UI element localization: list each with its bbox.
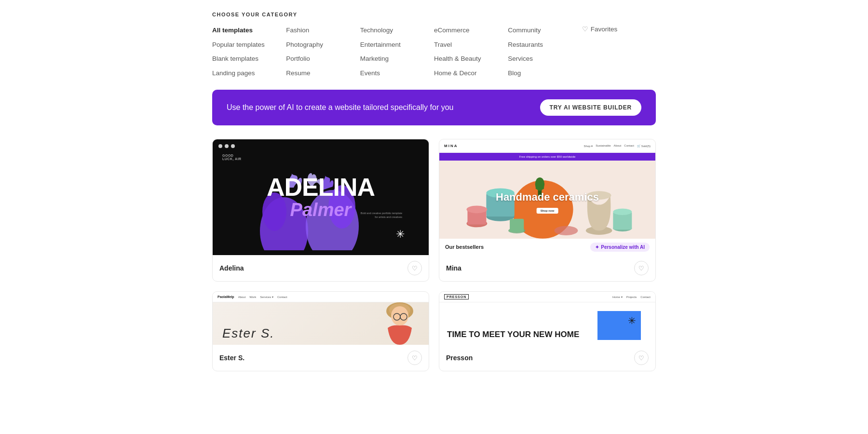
- category-technology[interactable]: Technology: [360, 25, 434, 36]
- category-marketing[interactable]: Marketing: [360, 54, 434, 64]
- mina-bestsellers-text: Our bestsellers: [445, 244, 484, 250]
- heart-icon: ♡: [582, 25, 588, 33]
- category-photography[interactable]: Photography: [286, 40, 360, 50]
- category-entertainment[interactable]: Entertainment: [360, 40, 434, 50]
- template-footer-ester: Ester S. ♡: [213, 345, 429, 371]
- svg-rect-7: [536, 187, 544, 190]
- ai-banner-text: Use the power of AI to create a website …: [227, 103, 453, 112]
- category-community[interactable]: Community: [508, 25, 582, 36]
- template-card-ester[interactable]: PaolaMelp About Work Services ▾ Contact: [212, 291, 429, 371]
- ai-banner: Use the power of AI to create a website …: [212, 90, 656, 125]
- svg-point-18: [613, 209, 632, 216]
- ai-sparkle-icon: ✦: [595, 244, 599, 250]
- personalize-with-ai-button[interactable]: ✦ Personalize with AI: [590, 243, 650, 252]
- category-blank-templates[interactable]: Blank templates: [212, 54, 286, 64]
- category-travel[interactable]: Travel: [434, 40, 508, 50]
- presson-preview: PRESSON Home ▾ Projects Contact ✳ TIME T…: [439, 292, 655, 345]
- category-ecommerce[interactable]: eCommerce: [434, 25, 508, 36]
- window-dots-adelina: [218, 144, 235, 148]
- category-col-4: eCommerce Travel Health & Beauty Home & …: [434, 25, 508, 78]
- ai-website-builder-button[interactable]: TRY AI WEBSITE BUILDER: [540, 99, 642, 116]
- templates-grid: GOODLUCK, AIR ADELINA Palmer: [212, 139, 656, 371]
- category-col-6: ♡ Favorites: [582, 25, 656, 78]
- favorites-label: Favorites: [591, 26, 618, 33]
- favorite-button-ester[interactable]: ♡: [407, 351, 422, 365]
- category-resume[interactable]: Resume: [286, 68, 360, 79]
- presson-logo: PRESSON: [444, 294, 469, 299]
- template-card-mina[interactable]: MINA Shop ▾ Sustainable About Contact 🛒 …: [439, 139, 656, 282]
- mina-logo: MINA: [444, 144, 458, 148]
- template-card-adelina[interactable]: GOODLUCK, AIR ADELINA Palmer: [212, 139, 429, 282]
- category-col-3: Technology Entertainment Marketing Event…: [360, 25, 434, 78]
- category-restaurants[interactable]: Restaurants: [508, 40, 582, 50]
- category-label: CHOOSE YOUR CATEGORY: [212, 12, 656, 17]
- star-decoration-icon: ✳: [396, 228, 405, 241]
- ester-person-svg: [352, 301, 419, 345]
- presson-main-title: TIME TO MEET YOUR NEW HOME: [447, 330, 579, 339]
- favorite-button-mina[interactable]: ♡: [634, 261, 649, 275]
- template-footer-adelina: Adelina ♡: [213, 255, 429, 281]
- category-col-5: Community Restaurants Services Blog: [508, 25, 582, 78]
- ester-header-bar: PaolaMelp About Work Services ▾ Contact: [213, 292, 429, 302]
- template-name-presson: Presson: [446, 354, 473, 362]
- presson-header-bar: PRESSON Home ▾ Projects Contact: [439, 292, 655, 302]
- category-home-decor[interactable]: Home & Decor: [434, 68, 508, 79]
- mina-shop-button[interactable]: Shop now: [537, 208, 558, 214]
- svg-point-13: [466, 206, 487, 214]
- mina-promo-bar: Free shipping on orders over $50 worldwi…: [439, 153, 655, 161]
- favorites-item[interactable]: ♡ Favorites: [582, 25, 656, 33]
- ester-logo: PaolaMelp: [217, 295, 234, 298]
- template-footer-mina: Mina ♡: [439, 255, 655, 281]
- window-dot: [225, 144, 229, 148]
- mina-preview: MINA Shop ▾ Sustainable About Contact 🛒 …: [439, 139, 655, 255]
- category-events[interactable]: Events: [360, 68, 434, 79]
- template-footer-presson: Presson ♡: [439, 345, 655, 371]
- adelina-preview: GOODLUCK, AIR ADELINA Palmer: [213, 139, 429, 255]
- adelina-description: Bold and creative portfolio template for…: [359, 212, 402, 219]
- favorite-button-presson[interactable]: ♡: [634, 351, 649, 365]
- svg-rect-20: [510, 219, 524, 232]
- category-grid: All templates Popular templates Blank te…: [212, 25, 656, 78]
- window-dot: [218, 144, 222, 148]
- mina-bestsellers-bar: Our bestsellers ✦ Personalize with AI: [439, 239, 655, 255]
- mina-nav: Shop ▾ Sustainable About Contact 🛒 Sold(…: [584, 144, 651, 148]
- template-name-mina: Mina: [446, 264, 461, 272]
- category-health-beauty[interactable]: Health & Beauty: [434, 54, 508, 64]
- window-dot: [231, 144, 235, 148]
- favorite-button-adelina[interactable]: ♡: [407, 261, 422, 275]
- template-name-ester: Ester S.: [219, 354, 244, 362]
- template-card-presson[interactable]: PRESSON Home ▾ Projects Contact ✳ TIME T…: [439, 291, 656, 371]
- category-col-1: All templates Popular templates Blank te…: [212, 25, 286, 78]
- ester-preview: PaolaMelp About Work Services ▾ Contact: [213, 292, 429, 345]
- category-popular-templates[interactable]: Popular templates: [212, 40, 286, 50]
- category-all-templates[interactable]: All templates: [212, 25, 286, 36]
- category-col-2: Fashion Photography Portfolio Resume: [286, 25, 360, 78]
- mina-ceramics-text: Handmade ceramics: [496, 191, 599, 203]
- star-burst-icon: ✳: [628, 315, 636, 326]
- adelina-main-title: ADELINA: [267, 175, 375, 200]
- category-landing-pages[interactable]: Landing pages: [212, 68, 286, 79]
- category-blog[interactable]: Blog: [508, 68, 582, 79]
- category-fashion[interactable]: Fashion: [286, 25, 360, 36]
- ester-main-title: Ester S.: [222, 326, 274, 341]
- category-portfolio[interactable]: Portfolio: [286, 54, 360, 64]
- mina-header-bar: MINA Shop ▾ Sustainable About Contact 🛒 …: [439, 139, 655, 153]
- category-section: CHOOSE YOUR CATEGORY All templates Popul…: [212, 12, 656, 78]
- svg-point-21: [555, 226, 578, 235]
- adelina-brand-logo: GOODLUCK, AIR: [222, 154, 242, 161]
- category-services[interactable]: Services: [508, 54, 582, 64]
- template-name-adelina: Adelina: [219, 264, 244, 272]
- personalize-label: Personalize with AI: [601, 244, 645, 250]
